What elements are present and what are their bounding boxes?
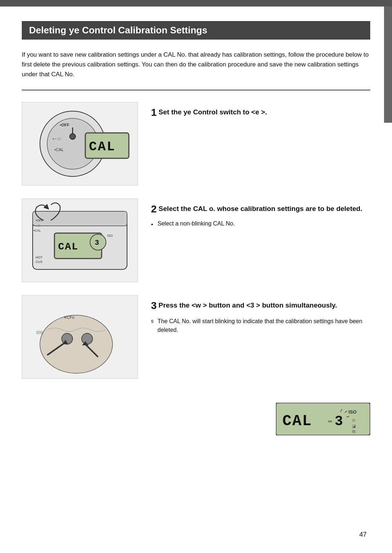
step-3-number: 3: [151, 300, 157, 311]
svg-text:⊙: ⊙: [352, 418, 355, 422]
svg-text:•CAL: •CAL: [33, 229, 41, 232]
divider: [22, 90, 370, 90]
top-bar: [0, 0, 392, 7]
right-accent-bar: [384, 7, 392, 123]
svg-text:ISO: ISO: [348, 409, 356, 415]
step-2-number: 2: [151, 203, 157, 215]
intro-paragraph: If you want to save new calibration sett…: [22, 50, 370, 80]
section-header: Deleting ye Control Calibration Settings: [22, 21, 370, 40]
step-3-content: 3 Press the <w > button and <3 > button …: [151, 295, 370, 335]
step-1-image: •OFF •←□ •CAL CAL: [22, 102, 138, 186]
svg-text:CAL: CAL: [282, 412, 312, 430]
svg-text:•CAL: •CAL: [54, 147, 64, 152]
svg-point-20: [40, 315, 113, 373]
step-2-title: 2 Select the CAL o. whose calibration se…: [151, 202, 370, 217]
step-2-content: 2 Select the CAL o. whose calibration se…: [151, 199, 370, 227]
step-3-text: Press the <w > button and <3 > button si…: [159, 301, 337, 309]
step-1-number: 1: [151, 107, 157, 118]
svg-text:CAL: CAL: [89, 139, 116, 154]
svg-point-5: [70, 134, 75, 139]
svg-text:CUS: CUS: [36, 260, 42, 264]
step-1-row: •OFF •←□ •CAL CAL 1 Set the ye Control s…: [22, 102, 370, 186]
step-2-bullet-1: Select a non-blinking CAL No.: [151, 220, 370, 227]
step-3-svg: ✳CFn ((())): [25, 297, 134, 377]
step-1-content: 1 Set the ye Control switch to <e >.: [151, 102, 370, 124]
svg-text:•OFF: •OFF: [60, 123, 69, 127]
step-3-row: ✳CFn ((())) 3 Press the <w > button and …: [22, 295, 370, 379]
svg-text:((())): ((())): [36, 330, 43, 334]
section-title: Deleting ye Control Calibration Settings: [29, 25, 207, 36]
svg-text:ISO: ISO: [107, 234, 113, 237]
svg-text:✳CFn: ✳CFn: [64, 315, 74, 320]
bottom-lcd-row: CAL - 3 ISO ⊙ ◪ ▤: [22, 392, 370, 437]
svg-text:•←□: •←□: [33, 224, 40, 227]
bottom-lcd-container: CAL - 3 ISO ⊙ ◪ ▤: [276, 403, 370, 437]
svg-text:▤: ▤: [352, 429, 355, 433]
svg-text:•←□: •←□: [53, 137, 61, 141]
step-2-image: •OFF •←□ •CAL HOT CUS CAL 3 ISO: [22, 199, 138, 282]
svg-text:3: 3: [335, 414, 343, 429]
svg-text:◪: ◪: [352, 424, 356, 428]
step-1-svg: •OFF •←□ •CAL CAL: [25, 104, 134, 184]
svg-text:-: -: [326, 414, 334, 429]
step-3-sub-1: The CAL No. will start blinking to indic…: [151, 317, 370, 335]
page-number: 47: [359, 531, 367, 538]
step-3-image: ✳CFn ((())): [22, 295, 138, 379]
svg-text:•OFF: •OFF: [36, 219, 44, 222]
step-2-svg: •OFF •←□ •CAL HOT CUS CAL 3 ISO: [25, 200, 134, 280]
svg-text:CAL: CAL: [58, 241, 78, 252]
svg-rect-9: [33, 211, 127, 226]
step-2-row: •OFF •←□ •CAL HOT CUS CAL 3 ISO: [22, 199, 370, 282]
step-2-text: Select the CAL o. whose calibration sett…: [159, 205, 362, 212]
step-1-title: 1 Set the ye Control switch to <e >.: [151, 105, 370, 120]
svg-rect-22: [82, 333, 93, 344]
svg-text:HOT: HOT: [36, 256, 43, 259]
step-1-text: Set the ye Control switch to <e >.: [159, 108, 267, 116]
bottom-lcd-svg: CAL - 3 ISO ⊙ ◪ ▤: [276, 403, 370, 435]
step-3-title: 3 Press the <w > button and <3 > button …: [151, 298, 370, 313]
steps-container: •OFF •←□ •CAL CAL 1 Set the ye Control s…: [22, 102, 370, 437]
svg-text:3: 3: [95, 239, 99, 247]
